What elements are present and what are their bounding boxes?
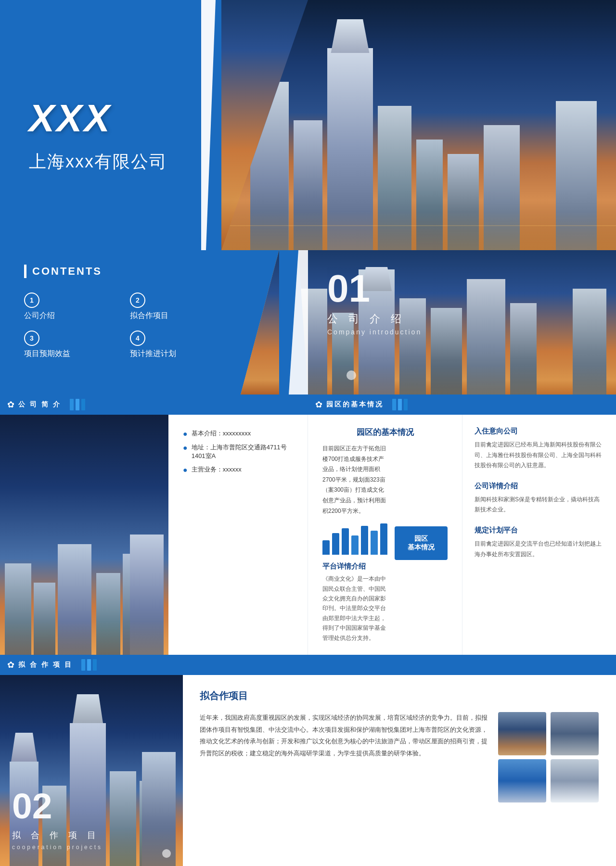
bullet-2: ●	[183, 444, 188, 452]
park-diagram: 园区 基本情况	[395, 444, 448, 643]
divider-company-left: ✿ 公 司 简 介	[0, 395, 308, 415]
section01-title-cn: 公 司 介 绍	[327, 312, 422, 326]
park-title: 园区的基本情况	[322, 427, 448, 438]
company-info-panel: ● 基本介绍：xxxxxxxxx ● 地址：上海市普陀区交通路4711号1401…	[168, 415, 308, 655]
hero-title: XXX	[29, 96, 167, 140]
info-block-2: 公司详情介绍 新闻科技和家测S保是专精转新企业，撬动科技高新技术企业。	[475, 482, 604, 515]
coop-img-bridge	[498, 712, 546, 755]
right-info-panel: 入住意向公司 目前禽定进园区已经布局上海新闻科技股份有限公司、上海雅仕科技股份有…	[462, 415, 616, 655]
company-icon: ✿	[7, 399, 14, 410]
divider-coop-label: 拟 合 作 项 目	[18, 661, 73, 669]
coop-desc: 近年来，我国政府高度重视园区的发展，实现区域经济的协同发展，培育区域经济的竞争力…	[200, 712, 488, 802]
section02-title-cn: 拟 合 作 项 目	[12, 829, 100, 841]
stripe-2	[87, 659, 91, 671]
company-left-panel	[0, 415, 168, 655]
company-park-row: ● 基本介绍：xxxxxxxxx ● 地址：上海市普陀区交通路4711号1401…	[0, 415, 616, 655]
platform-title: 平台详情介绍	[322, 562, 387, 571]
bullet-3: ●	[183, 466, 188, 474]
contents-item-label-1: 公司介绍	[24, 311, 55, 321]
coop-divider-stripes	[81, 659, 97, 671]
contents-grid: 1 公司介绍 2 拟合作项目 3 项目预期效益 4 预计推进计划	[24, 293, 217, 359]
coop-main-row: 近年来，我国政府高度重视园区的发展，实现区域经济的协同发展，培育区域经济的竞争力…	[200, 712, 599, 802]
coop-images-grid	[498, 712, 599, 802]
basic-intro-text: 基本介绍：xxxxxxxxx	[192, 429, 251, 438]
contents-num-3: 3	[24, 331, 39, 346]
section01-title-en: Company introduction	[327, 328, 422, 336]
info-block-2-text: 新闻科技和家测S保是专精转新企业，撬动科技高新技术企业。	[475, 495, 604, 515]
contents-num-1: 1	[24, 293, 39, 308]
coop-content-panel: 拟合作项目 近年来，我国政府高度重视园区的发展，实现区域经济的协同发展，培育区域…	[183, 675, 616, 866]
park-text-col: 目前园区正在方于拓危旧楼700打造成服务技术产业品，络计划使用面积2700平米，…	[322, 444, 387, 643]
info-block-1: 入住意向公司 目前禽定进园区已经布局上海新闻科技股份有限公司、上海雅仕科技股份有…	[475, 427, 604, 471]
divider-park-label: 园区的基本情况	[326, 400, 384, 409]
hero-content: XXX 上海xxx有限公司	[29, 96, 167, 174]
coop-divider-icon: ✿	[7, 660, 14, 670]
section01-number: 01	[327, 269, 422, 308]
section02-circle	[162, 849, 171, 858]
cbld-glow	[0, 621, 168, 655]
section01-panel: 01 公 司 介 绍 Company introduction	[241, 250, 616, 395]
contents-item-2: 2 拟合作项目	[130, 293, 217, 321]
park-box-line1: 园区	[414, 535, 428, 543]
coop-img-sea	[498, 759, 546, 802]
coop-left-panel: 02 拟 合 作 项 目 cooperation projects	[0, 675, 183, 866]
business-row: ● 主营业务：xxxxxx	[183, 465, 293, 474]
park-panel: 园区的基本情况 目前园区正在方于拓危旧楼700打造成服务技术产业品，络计划使用面…	[308, 415, 462, 655]
platform-desc: 《商业文化》是一本由中国民众联合主管、中国民众文化拥充自办的国家影印刊。中法里郎…	[322, 574, 387, 643]
info-block-1-title: 入住意向公司	[475, 427, 604, 436]
coop-img-snow	[551, 759, 599, 802]
address-text: 地址：上海市普陀区交通路4711号1401室A	[192, 443, 293, 460]
bar-2	[332, 533, 339, 555]
contents-title-row: CONTENTS	[24, 265, 217, 278]
info-block-3-text: 目前禽定进园区是交流平台也已经知道计划把越上海办事处所布安置园区。	[475, 539, 604, 560]
divider-park-right: ✿ 园区的基本情况	[308, 395, 616, 415]
bar-4	[351, 535, 359, 555]
business-text: 主营业务：xxxxxx	[192, 465, 242, 474]
section02-title-en: cooperation projects	[12, 844, 103, 851]
hero-section: XXX 上海xxx有限公司	[0, 0, 616, 250]
park-box-line2: 基本情况	[408, 543, 435, 552]
basic-intro-item: ● 基本介绍：xxxxxxxxx ● 地址：上海市普陀区交通路4711号1401…	[183, 429, 293, 474]
contents-bar	[24, 265, 26, 278]
divider-company-park: ✿ 公 司 简 介 ✿ 园区的基本情况	[0, 395, 616, 415]
park-desc: 目前园区正在方于拓危旧楼700打造成服务技术产业品，络计划使用面积2700平米，…	[322, 444, 387, 516]
contents-item-label-3: 项目预期效益	[24, 349, 70, 359]
stripe-1	[81, 659, 85, 671]
bullet-1: ●	[183, 430, 188, 438]
contents-item-label-4: 预计推进计划	[130, 349, 176, 359]
contents-section: CONTENTS 1 公司介绍 2 拟合作项目 3 项目预期效益 4 预计推进计…	[0, 250, 616, 395]
divider-company-label: 公 司 简 介	[18, 400, 61, 409]
bar-5	[361, 526, 368, 555]
coop-img-mountain	[551, 712, 599, 755]
contents-item-label-2: 拟合作项目	[130, 311, 168, 321]
section02-number: 02	[12, 788, 52, 824]
divider-stripes	[70, 399, 85, 410]
park-center-box: 园区 基本情况	[395, 526, 448, 560]
hero-company-name: 上海xxx有限公司	[29, 150, 167, 174]
park-icon: ✿	[315, 399, 322, 410]
bar-7	[380, 523, 387, 555]
info-block-3-title: 规定计划平台	[475, 526, 604, 535]
info-block-1-text: 目前禽定进园区已经布局上海新闻科技股份有限公司、上海雅仕科技股份有限公司、上海全…	[475, 440, 604, 471]
s01-circle	[346, 370, 356, 380]
contents-item-1: 1 公司介绍	[24, 293, 111, 321]
contents-item-4: 4 预计推进计划	[130, 331, 217, 359]
basic-intro-row: ● 基本介绍：xxxxxxxxx	[183, 429, 293, 438]
divider-coop: ✿ 拟 合 作 项 目	[0, 655, 616, 675]
address-row: ● 地址：上海市普陀区交通路4711号1401室A	[183, 443, 293, 460]
contents-label: CONTENTS	[32, 265, 102, 278]
bar-6	[371, 531, 378, 555]
contents-panel: CONTENTS 1 公司介绍 2 拟合作项目 3 项目预期效益 4 预计推进计…	[0, 250, 241, 395]
coop-title: 拟合作项目	[200, 689, 599, 702]
bar-1	[322, 540, 330, 555]
contents-item-3: 3 项目预期效益	[24, 331, 111, 359]
park-content-row: 目前园区正在方于拓危旧楼700打造成服务技术产业品，络计划使用面积2700平米，…	[322, 444, 448, 643]
info-block-2-title: 公司详情介绍	[475, 482, 604, 491]
contents-num-4: 4	[130, 331, 145, 346]
contents-num-2: 2	[130, 293, 145, 308]
divider-park-stripes	[392, 399, 408, 410]
info-block-3: 规定计划平台 目前禽定进园区是交流平台也已经知道计划把越上海办事处所布安置园区。	[475, 526, 604, 560]
coop-section: 02 拟 合 作 项 目 cooperation projects 拟合作项目 …	[0, 675, 616, 866]
s01-content: 01 公 司 介 绍 Company introduction	[327, 269, 422, 336]
bar-3	[342, 528, 349, 555]
